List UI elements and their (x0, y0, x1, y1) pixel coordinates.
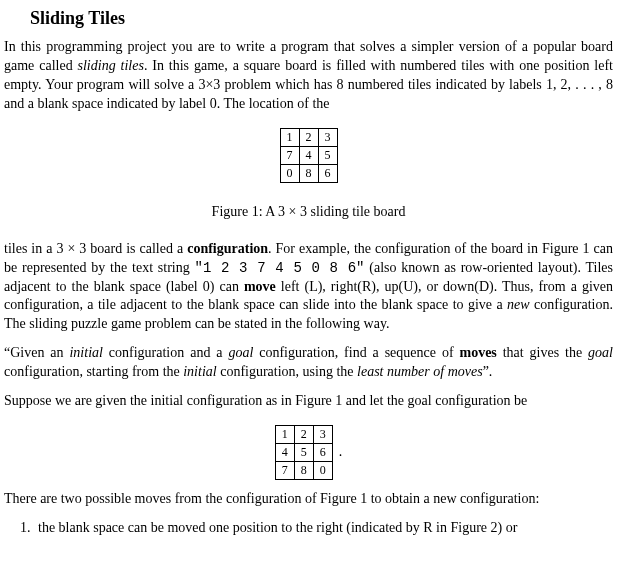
suppose-paragraph: Suppose we are given the initial configu… (4, 392, 613, 411)
italic-text: initial (183, 364, 216, 379)
tile-cell: 6 (313, 443, 332, 461)
tile-cell: 3 (313, 425, 332, 443)
page-title: Sliding Tiles (30, 6, 613, 30)
tile-board-2: 1 2 3 4 5 6 7 8 0 (275, 425, 333, 480)
bold-text: moves (459, 345, 496, 360)
config-paragraph: tiles in a 3 × 3 board is called a confi… (4, 240, 613, 334)
moves-list: the blank space can be moved one positio… (4, 519, 613, 538)
bold-text: move (244, 279, 276, 294)
tile-cell: 5 (318, 146, 337, 164)
tile-cell: 2 (299, 128, 318, 146)
tile-cell: 2 (294, 425, 313, 443)
figure-1: 1 2 3 7 4 5 0 8 6 (4, 128, 613, 183)
tile-cell: 8 (299, 164, 318, 182)
text: configuration, starting from the (4, 364, 183, 379)
italic-text: goal (228, 345, 253, 360)
text: “Given an (4, 345, 69, 360)
code-text: "1 2 3 7 4 5 0 8 6" (195, 260, 365, 276)
italic-text: least number of moves (357, 364, 483, 379)
italic-text: goal (588, 345, 613, 360)
tile-cell: 4 (299, 146, 318, 164)
tile-cell: 5 (294, 443, 313, 461)
italic-text: sliding tiles (78, 58, 144, 73)
tile-cell: 8 (294, 461, 313, 479)
problem-statement: “Given an initial configuration and a go… (4, 344, 613, 382)
text: that gives the (497, 345, 588, 360)
board-punct: . (333, 443, 343, 462)
figure-goal: 1 2 3 4 5 6 7 8 0 . (4, 425, 613, 480)
tile-cell: 0 (313, 461, 332, 479)
text: configuration, find a sequence of (253, 345, 459, 360)
intro-paragraph: In this programming project you are to w… (4, 38, 613, 114)
document-page: Sliding Tiles In this programming projec… (0, 0, 617, 542)
text: ”. (483, 364, 493, 379)
tile-cell: 1 (275, 425, 294, 443)
text: configuration, using the (217, 364, 357, 379)
tile-cell: 6 (318, 164, 337, 182)
moves-paragraph: There are two possible moves from the co… (4, 490, 613, 509)
figure-1-caption: Figure 1: A 3 × 3 sliding tile board (4, 203, 613, 222)
italic-text: new (507, 297, 530, 312)
tile-cell: 3 (318, 128, 337, 146)
tile-cell: 0 (280, 164, 299, 182)
tile-cell: 7 (280, 146, 299, 164)
text: tiles in a 3 × 3 board is called a (4, 241, 187, 256)
text: configuration and a (103, 345, 229, 360)
tile-cell: 1 (280, 128, 299, 146)
list-item: the blank space can be moved one positio… (34, 519, 613, 538)
tile-cell: 7 (275, 461, 294, 479)
tile-cell: 4 (275, 443, 294, 461)
italic-text: initial (69, 345, 102, 360)
tile-board-1: 1 2 3 7 4 5 0 8 6 (280, 128, 338, 183)
bold-text: configuration (187, 241, 268, 256)
